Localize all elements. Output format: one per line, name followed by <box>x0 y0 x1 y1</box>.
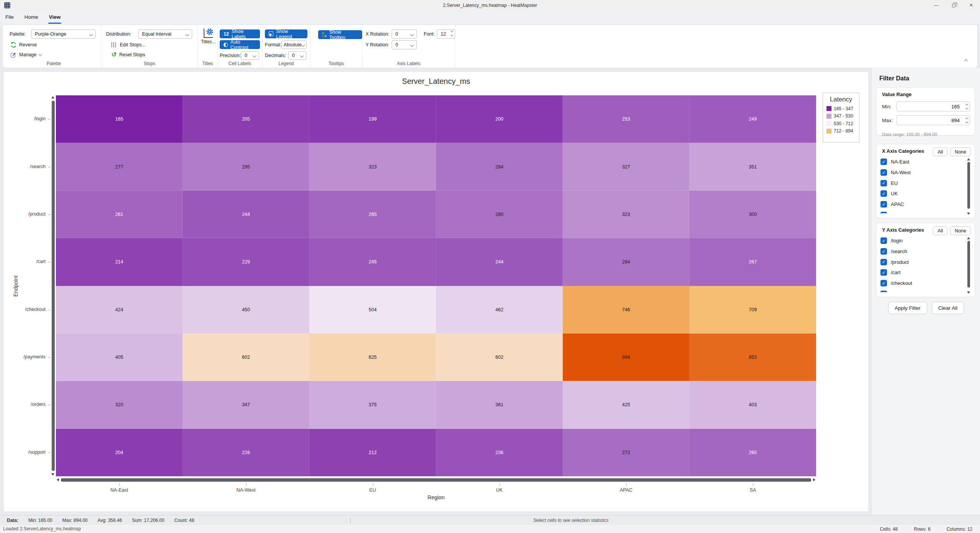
y-category-list-item[interactable]: ✓/checkout <box>880 278 965 289</box>
palette-combobox[interactable]: Purple-Orange <box>31 29 96 39</box>
heatmap-vertical-scrollbar[interactable] <box>51 95 55 476</box>
heatmap-cell[interactable]: 265 <box>689 429 816 476</box>
show-labels-toggle[interactable]: 12 Show Labels <box>220 29 260 38</box>
y-category-list-item[interactable]: ✓/support <box>880 288 965 292</box>
heatmap-cell[interactable]: 894 <box>563 334 689 381</box>
menu-tab-home[interactable]: Home <box>19 11 44 25</box>
y-rotation-combobox[interactable]: 0 <box>392 40 417 49</box>
heatmap-cell[interactable]: 200 <box>436 95 563 143</box>
checkbox-checked-icon[interactable]: ✓ <box>880 169 887 176</box>
scrollbar-thumb[interactable] <box>967 241 970 288</box>
heatmap-cell[interactable]: 300 <box>689 191 816 238</box>
checkbox-checked-icon[interactable]: ✓ <box>880 280 887 286</box>
heatmap-horizontal-scrollbar[interactable] <box>56 477 816 482</box>
show-tooltips-toggle[interactable]: Show Tooltips <box>318 30 362 39</box>
scroll-left-icon[interactable] <box>57 478 59 481</box>
apply-filter-button[interactable]: Apply Filter <box>888 302 927 314</box>
heatmap-cell[interactable]: 323 <box>309 143 436 190</box>
y-category-list-item[interactable]: ✓/login <box>880 235 965 246</box>
heatmap-cell[interactable]: 405 <box>56 334 183 381</box>
x-category-list-item[interactable]: ✓SA <box>880 209 965 213</box>
heatmap-cell[interactable]: 504 <box>309 286 436 334</box>
heatmap-cell[interactable]: 284 <box>436 143 563 190</box>
x-category-list-item[interactable]: ✓NA-West <box>880 167 965 178</box>
x-category-list-item[interactable]: ✓NA-East <box>880 157 965 167</box>
checkbox-checked-icon[interactable]: ✓ <box>880 248 887 255</box>
close-button[interactable]: × <box>962 0 980 11</box>
heatmap-cell[interactable]: 245 <box>309 238 436 286</box>
heatmap-cell[interactable]: 323 <box>563 191 689 238</box>
heatmap-cell[interactable]: 244 <box>436 238 563 286</box>
heatmap-cell[interactable]: 602 <box>436 334 563 381</box>
heatmap-cell[interactable]: 272 <box>563 429 689 476</box>
menu-tab-file[interactable]: File <box>0 11 19 25</box>
checkbox-checked-icon[interactable]: ✓ <box>880 237 887 244</box>
heatmap-cell[interactable]: 165 <box>56 95 183 143</box>
scrollbar-thumb[interactable] <box>61 478 811 482</box>
heatmap-cell[interactable]: 212 <box>309 429 436 476</box>
titles-button[interactable]: Titles... <box>201 29 216 44</box>
scroll-up-icon[interactable] <box>51 96 54 98</box>
ribbon-collapse-chevron[interactable] <box>964 59 968 63</box>
checkbox-checked-icon[interactable]: ✓ <box>880 159 887 165</box>
x-category-list-item[interactable]: ✓EU <box>880 178 965 188</box>
heatmap-cell[interactable]: 280 <box>436 191 563 238</box>
y-category-list-item[interactable]: ✓/cart <box>880 267 965 278</box>
max-value-input[interactable]: 894 <box>897 115 970 125</box>
heatmap-cell[interactable]: 295 <box>183 143 309 190</box>
y-axis-none-button[interactable]: None <box>950 226 971 235</box>
min-value-input[interactable]: 165 <box>897 101 970 111</box>
heatmap-cell[interactable]: 853 <box>689 334 816 381</box>
heatmap-cell[interactable]: 226 <box>183 429 309 476</box>
heatmap-cell[interactable]: 424 <box>56 286 183 334</box>
heatmap-cell[interactable]: 277 <box>56 143 183 190</box>
edit-stops-button[interactable]: Edit Stops... <box>111 40 145 49</box>
checkbox-checked-icon[interactable]: ✓ <box>880 291 887 292</box>
heatmap-cell[interactable]: 361 <box>436 381 563 428</box>
menu-tab-view[interactable]: View <box>44 11 66 25</box>
scroll-down-icon[interactable] <box>967 291 970 294</box>
clear-all-button[interactable]: Clear All <box>932 302 964 314</box>
heatmap-cell[interactable]: 204 <box>56 429 183 476</box>
heatmap-cell[interactable]: 244 <box>183 191 309 238</box>
manage-button[interactable]: Manage <box>10 50 41 59</box>
spinner-chevrons-icon[interactable] <box>966 104 968 109</box>
heatmap-cell[interactable]: 253 <box>563 95 689 143</box>
heatmap-cell[interactable]: 746 <box>563 286 689 334</box>
auto-contrast-toggle[interactable]: Auto Contrast <box>220 40 260 49</box>
x-category-list-item[interactable]: ✓UK <box>880 188 965 199</box>
scroll-up-icon[interactable] <box>967 158 970 160</box>
heatmap-cell[interactable]: 249 <box>689 95 816 143</box>
heatmap-cell[interactable]: 351 <box>689 143 816 190</box>
heatmap-cell[interactable]: 709 <box>689 286 816 334</box>
heatmap-cell[interactable]: 229 <box>183 238 309 286</box>
scroll-down-icon[interactable] <box>51 473 54 476</box>
heatmap-cell[interactable]: 602 <box>183 334 309 381</box>
checkbox-checked-icon[interactable]: ✓ <box>880 212 887 213</box>
checkbox-checked-icon[interactable]: ✓ <box>880 180 887 186</box>
heatmap-cell[interactable]: 199 <box>309 95 436 143</box>
heatmap-cell[interactable]: 327 <box>563 143 689 190</box>
heatmap-cell[interactable]: 425 <box>563 381 689 428</box>
font-size-stepper[interactable]: 12 <box>437 29 455 39</box>
reverse-button[interactable]: Reverse <box>10 40 37 49</box>
minimize-button[interactable] <box>927 0 945 11</box>
scroll-down-icon[interactable] <box>967 213 970 215</box>
decimals-combobox[interactable]: 0 <box>288 51 307 60</box>
heatmap-cell[interactable]: 261 <box>56 191 183 238</box>
scrollbar-thumb[interactable] <box>52 101 55 471</box>
precision-combobox[interactable]: 0 <box>241 51 259 60</box>
y-axis-all-button[interactable]: All <box>933 226 947 235</box>
y-axis-list-scrollbar[interactable] <box>967 237 970 294</box>
x-category-list-item[interactable]: ✓APAC <box>880 199 965 210</box>
spinner-chevrons-icon[interactable] <box>966 118 968 123</box>
heatmap-cell[interactable]: 625 <box>309 334 436 381</box>
heatmap-cell[interactable]: 450 <box>183 286 309 334</box>
heatmap-cell[interactable]: 214 <box>56 238 183 286</box>
reset-stops-button[interactable]: ↺ Reset Stops <box>111 50 145 59</box>
checkbox-checked-icon[interactable]: ✓ <box>880 269 887 276</box>
x-rotation-combobox[interactable]: 0 <box>392 29 417 39</box>
y-category-list-item[interactable]: ✓/search <box>880 246 965 257</box>
heatmap-cell[interactable]: 375 <box>309 381 436 428</box>
heatmap-cell[interactable]: 265 <box>309 191 436 238</box>
